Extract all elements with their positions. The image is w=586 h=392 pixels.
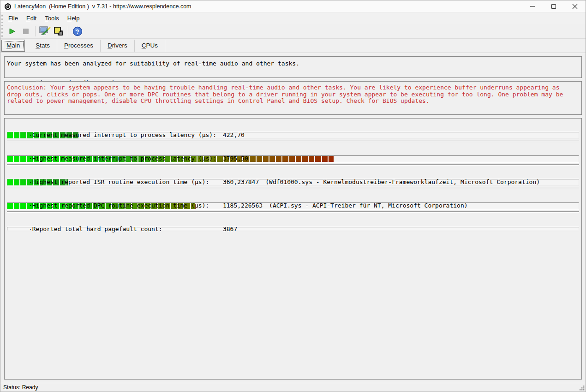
measurement-row: ·Highest reported DPC routine execution … (7, 191, 579, 215)
menu-tools[interactable]: Tools (41, 14, 63, 23)
measurement-label: ·Current measured interrupt to process l… (29, 131, 223, 139)
close-button[interactable] (564, 0, 586, 12)
analysis-summary-text: Your system has been analyzed for suitab… (7, 59, 579, 68)
resize-grip-icon[interactable] (580, 386, 585, 391)
options-button[interactable] (52, 25, 66, 37)
tab-cpus[interactable]: CPUs (135, 40, 165, 52)
menu-help[interactable]: Help (63, 14, 84, 23)
toolbar: ? (0, 24, 586, 39)
measurement-value: 3867 (223, 226, 237, 232)
conclusion-panel: Conclusion: Your system appears to be ha… (4, 81, 582, 115)
measurement-value: 3795,50 (223, 155, 248, 162)
measurement-label: ·Highest measured interrupt to process l… (29, 154, 223, 162)
toolbar-separator (35, 26, 36, 36)
measurement-value: 1185,226563 (223, 202, 263, 209)
help-button[interactable]: ? (71, 25, 84, 37)
toolbar-gripper[interactable] (1, 25, 3, 37)
minimize-button[interactable] (522, 0, 543, 12)
minimize-icon (530, 4, 535, 9)
tab-stats[interactable]: Stats (29, 40, 57, 52)
measurement-value: 360,237847 (223, 178, 259, 185)
measurement-label: ·Highest reported DPC routine execution … (29, 202, 223, 209)
measurement-row: ·Reported total hard pagefault count:386… (7, 215, 579, 231)
tab-bar: Main Stats Processes Drivers CPUs (0, 39, 586, 53)
measurement-value: 422,70 (223, 131, 245, 138)
app-stopwatch-icon (4, 3, 12, 10)
analysis-summary-panel: Your system has been analyzed for suitab… (4, 56, 582, 78)
stop-monitor-button[interactable] (19, 25, 33, 37)
close-icon (572, 4, 578, 9)
title-bar[interactable]: LatencyMon (Home Edition ) v 7.31 - http… (0, 0, 586, 12)
maximize-icon (551, 4, 556, 9)
svg-text:?: ? (76, 28, 79, 35)
row-separator (7, 211, 579, 213)
analyze-system-button[interactable] (38, 25, 52, 37)
measurement-detail: (ACPI.sys - ACPI-Treiber für NT, Microso… (269, 202, 467, 209)
play-icon (8, 27, 16, 36)
question-mark-icon: ? (72, 26, 83, 36)
measurement-row: ·Highest measured interrupt to process l… (7, 144, 579, 168)
status-bar: Status: Ready (0, 383, 586, 392)
status-text: Status: Ready (3, 384, 38, 391)
tab-main[interactable]: Main (1, 40, 25, 52)
latencymon-window: LatencyMon (Home Edition ) v 7.31 - http… (0, 0, 586, 392)
tab-drivers[interactable]: Drivers (101, 40, 135, 52)
menu-file[interactable]: File (4, 14, 22, 23)
measurements-panel: ·Current measured interrupt to process l… (4, 118, 582, 380)
overlapping-squares-icon (53, 26, 65, 37)
measurement-row: ·Highest reported ISR routine execution … (7, 168, 579, 191)
measurement-row: ·Current measured interrupt to process l… (7, 121, 579, 144)
measurement-detail: (Wdf01000.sys - Kernelmodustreiber-Frame… (265, 178, 540, 185)
measurement-rows: ·Current measured interrupt to process l… (7, 121, 579, 231)
tab-processes[interactable]: Processes (57, 40, 101, 52)
measurement-label: ·Reported total hard pagefault count: (29, 225, 223, 233)
toolbar-separator (68, 26, 68, 36)
row-separator (7, 164, 579, 166)
measurement-label: ·Highest reported ISR routine execution … (29, 178, 223, 186)
stop-icon (23, 28, 29, 35)
maximize-button[interactable] (543, 0, 564, 12)
start-monitor-button[interactable] (5, 25, 19, 37)
window-title: LatencyMon (Home Edition ) v 7.31 - http… (14, 3, 191, 10)
conclusion-text: Conclusion: Your system appears to be ha… (7, 84, 575, 105)
row-separator (7, 141, 579, 142)
monitor-tool-icon (39, 26, 51, 37)
row-separator (7, 188, 579, 189)
menu-edit[interactable]: Edit (22, 14, 41, 23)
main-page: Your system has been analyzed for suitab… (0, 53, 586, 383)
menu-bar: File Edit Tools Help (0, 12, 586, 24)
menubar-gripper[interactable] (1, 14, 3, 23)
